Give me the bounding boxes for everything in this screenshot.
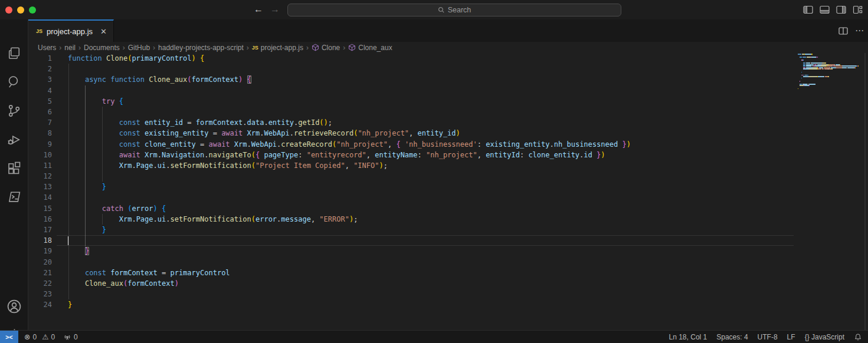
line-number: 18: [28, 235, 52, 246]
toggle-panel-button[interactable]: [819, 4, 830, 15]
notifications-button[interactable]: [854, 333, 862, 341]
run-debug-icon: [7, 133, 21, 147]
navigate-forward-button[interactable]: →: [268, 3, 282, 16]
tab-close-icon[interactable]: ✕: [100, 27, 107, 36]
code-line[interactable]: 3 async function Clone_aux(formContext) …: [28, 74, 868, 85]
editor-scrollbar[interactable]: [864, 53, 866, 330]
explorer-files-icon: [7, 47, 21, 61]
sidebar-item-extensions[interactable]: [0, 156, 28, 182]
toggle-secondary-sidebar-button[interactable]: [836, 4, 847, 15]
breadcrumb-item-users[interactable]: Users: [38, 44, 56, 52]
breadcrumb-item-clone_aux[interactable]: Clone_aux: [348, 44, 392, 52]
text-cursor: [68, 236, 69, 245]
breadcrumb-item-github[interactable]: GitHub: [128, 44, 150, 52]
breadcrumb-label: GitHub: [128, 44, 150, 52]
breadcrumb-label: project-app.js: [261, 44, 303, 52]
panel-right-icon: [836, 5, 846, 14]
line-number: 6: [28, 107, 52, 117]
code-line[interactable]: 6: [28, 107, 868, 117]
breadcrumb-item-haddley-projects-app-script[interactable]: haddley-projects-app-script: [158, 44, 244, 52]
eol[interactable]: LF: [787, 333, 795, 341]
indentation[interactable]: Spaces: 4: [716, 333, 748, 341]
traffic-light-minimize-button[interactable]: [17, 6, 24, 14]
code-line[interactable]: 2: [28, 64, 868, 74]
code-line[interactable]: 9 const clone_entity = await Xrm.WebApi.…: [28, 139, 868, 150]
code-line[interactable]: 18: [28, 235, 868, 246]
breadcrumb-separator-icon: ›: [306, 44, 309, 52]
tab-project-app-js[interactable]: JS project-app.js ✕: [28, 19, 114, 42]
code-line[interactable]: 20: [28, 257, 868, 268]
line-number: 15: [28, 203, 52, 214]
navigate-back-button[interactable]: ←: [251, 3, 266, 16]
code-line[interactable]: 21 const formContext = primaryControl: [28, 268, 868, 278]
breadcrumb-item-neil[interactable]: neil: [64, 44, 76, 52]
activity-bar: 1: [0, 19, 28, 330]
remote-indicator[interactable]: ><: [0, 331, 18, 343]
split-editor-button[interactable]: [838, 27, 848, 35]
code-line[interactable]: 15 catch (error) {: [28, 203, 868, 214]
code-line[interactable]: 17 }: [28, 225, 868, 235]
cursor-position[interactable]: Ln 18, Col 1: [669, 333, 707, 341]
line-number: 3: [28, 74, 52, 85]
breadcrumb-item-clone[interactable]: Clone: [312, 44, 340, 52]
encoding[interactable]: UTF-8: [758, 333, 778, 341]
sidebar-item-run-and-debug[interactable]: [0, 127, 28, 153]
minimap[interactable]: [798, 54, 862, 90]
sidebar-item-search[interactable]: [0, 69, 28, 95]
sidebar-item-explorer[interactable]: [0, 41, 28, 67]
code-text: }: [52, 299, 72, 310]
line-number: 9: [28, 139, 52, 150]
account-button[interactable]: [0, 293, 28, 319]
layout-customize-icon: [853, 5, 863, 14]
vscode-window: ← → Search: [0, 0, 868, 343]
code-line[interactable]: 10 await Xrm.Navigation.navigateTo({ pag…: [28, 150, 868, 160]
breadcrumb-item-project-app.js[interactable]: JSproject-app.js: [252, 44, 303, 52]
code-text: await Xrm.Navigation.navigateTo({ pageTy…: [52, 150, 605, 160]
command-center-search[interactable]: Search: [287, 4, 621, 17]
customize-layout-button[interactable]: [852, 4, 863, 15]
line-number: 7: [28, 117, 52, 128]
more-actions-button[interactable]: ⋯: [855, 25, 864, 36]
breadcrumb-label: Clone: [322, 44, 340, 52]
code-line[interactable]: 11 Xrm.Page.ui.setFormNotification("Proj…: [28, 160, 868, 171]
code-text: [52, 192, 68, 203]
radio-tower-icon: [63, 333, 71, 341]
breadcrumb-separator-icon: ›: [123, 44, 125, 52]
remote-icon: ><: [5, 334, 12, 341]
code-line[interactable]: 23: [28, 289, 868, 299]
code-line[interactable]: 1function Clone(primaryControl) {: [28, 53, 868, 64]
code-text: }: [52, 246, 89, 256]
editor[interactable]: 1function Clone(primaryControl) {23 asyn…: [28, 53, 868, 330]
code-line[interactable]: 19 }: [28, 246, 868, 256]
line-number: 2: [28, 64, 52, 74]
line-number: 11: [28, 160, 52, 171]
code-line[interactable]: 14: [28, 192, 868, 203]
line-number: 14: [28, 192, 52, 203]
code-line[interactable]: 22 Clone_aux(formContext): [28, 278, 868, 289]
code-line[interactable]: 16 Xrm.Page.ui.setFormNotification(error…: [28, 214, 868, 225]
status-bar: >< ⊗ 0 ⚠︎ 0 0 Ln 18, Col 1Spaces: 4UTF-8…: [0, 330, 868, 343]
bell-icon: [854, 333, 862, 341]
search-icon: [438, 6, 445, 14]
sidebar-item-source-control[interactable]: [0, 98, 28, 124]
breadcrumb-item-documents[interactable]: Documents: [84, 44, 120, 52]
code-line[interactable]: 24}: [28, 299, 868, 310]
code-line[interactable]: 5 try {: [28, 96, 868, 107]
ports-indicator[interactable]: 0: [63, 333, 78, 341]
traffic-light-zoom-button[interactable]: [29, 6, 36, 14]
code-text: Xrm.Page.ui.setFormNotification("Project…: [52, 160, 388, 171]
line-number: 20: [28, 257, 52, 268]
code-line[interactable]: 12: [28, 171, 868, 182]
problems-indicator[interactable]: ⊗ 0 ⚠︎ 0: [24, 332, 55, 341]
symbol-icon: [348, 44, 356, 51]
code-line[interactable]: 8 const existing_entity = await Xrm.WebA…: [28, 128, 868, 138]
traffic-light-close-button[interactable]: [5, 6, 12, 14]
code-line[interactable]: 4: [28, 85, 868, 96]
account-icon: [6, 299, 22, 314]
code-line[interactable]: 7 const entity_id = formContext.data.ent…: [28, 117, 868, 128]
code-line[interactable]: 13 }: [28, 182, 868, 192]
line-number: 4: [28, 85, 52, 96]
sidebar-item-remote-terminal[interactable]: [0, 184, 28, 210]
language-mode[interactable]: {} JavaScript: [805, 333, 844, 341]
toggle-primary-sidebar-button[interactable]: [803, 4, 814, 15]
